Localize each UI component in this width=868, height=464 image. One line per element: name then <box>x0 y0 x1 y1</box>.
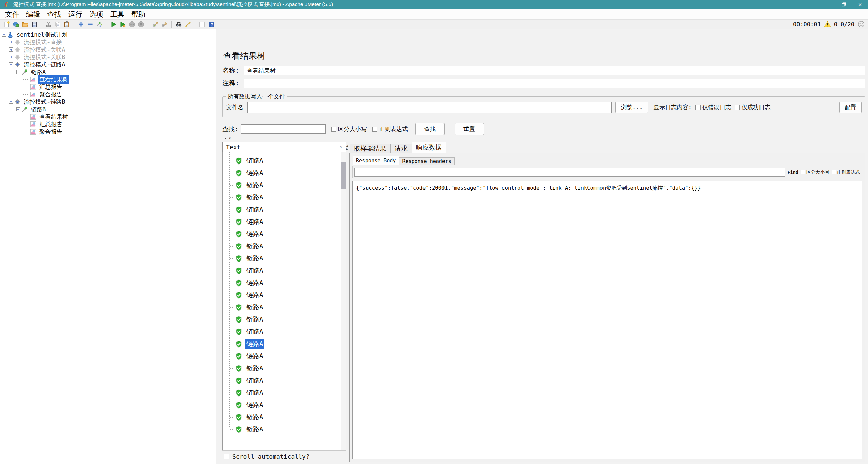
tree-node[interactable]: 查看结果树 <box>0 113 216 120</box>
result-item[interactable]: 链路A <box>223 155 346 167</box>
close-button[interactable]: ✕ <box>852 0 868 9</box>
search-input[interactable] <box>241 124 326 134</box>
help-button[interactable]: ? <box>206 20 216 29</box>
result-item[interactable]: 链路A <box>223 399 346 411</box>
result-item-label[interactable]: 链路A <box>245 180 264 190</box>
successes-only-checkbox[interactable] <box>735 105 740 110</box>
result-item-label[interactable]: 链路A <box>245 376 264 385</box>
result-item-label[interactable]: 链路A <box>245 205 264 214</box>
result-item[interactable]: 链路A <box>223 265 346 277</box>
renderer-select[interactable]: Text ˅ <box>222 142 346 152</box>
search-find-button[interactable]: 查找 <box>415 123 445 135</box>
result-item-label[interactable]: 链路A <box>245 266 264 275</box>
splitter-left-icon[interactable]: ◀ <box>346 144 348 148</box>
result-item-label[interactable]: 链路A <box>245 168 264 178</box>
result-item-label[interactable]: 链路A <box>245 339 264 349</box>
function-helper-button[interactable] <box>197 20 206 29</box>
result-item[interactable]: 链路A <box>223 216 346 228</box>
tree-node[interactable]: 流控模式-链路A <box>0 61 216 68</box>
result-item-label[interactable]: 链路A <box>245 412 264 422</box>
result-item[interactable]: 链路A <box>223 191 346 204</box>
splitter-up-icon[interactable]: ▲ <box>224 137 227 140</box>
menu-item-3[interactable]: 运行 <box>65 9 86 19</box>
search-reset-button[interactable] <box>183 20 192 29</box>
save-button[interactable] <box>29 20 39 29</box>
splitter-right-icon[interactable]: ▶ <box>346 148 348 151</box>
tree-node[interactable]: 流控模式-链路B <box>0 98 216 105</box>
configure-button[interactable]: 配置 <box>839 102 862 113</box>
vertical-splitter-handle[interactable]: ▲▼ <box>222 135 865 142</box>
menu-item-1[interactable]: 编辑 <box>23 9 44 19</box>
scrollbar-thumb[interactable] <box>341 162 346 189</box>
result-item[interactable]: 链路A <box>223 338 346 350</box>
subtab-1[interactable]: Response headers <box>399 157 455 165</box>
tree-node[interactable]: 汇总报告 <box>0 83 216 91</box>
find-case-checkbox[interactable] <box>801 170 805 174</box>
comment-input[interactable] <box>244 79 865 88</box>
splitter-down-icon[interactable]: ▼ <box>228 137 231 140</box>
result-item-label[interactable]: 链路A <box>245 241 264 251</box>
result-item-label[interactable]: 链路A <box>245 327 264 336</box>
result-item-label[interactable]: 链路A <box>245 193 264 202</box>
result-item-label[interactable]: 链路A <box>245 278 264 288</box>
result-item[interactable]: 链路A <box>223 289 346 301</box>
tab-2[interactable]: 响应数据 <box>412 142 446 153</box>
tree-node[interactable]: 聚合报告 <box>0 128 216 135</box>
start-button[interactable] <box>109 20 118 29</box>
collapse-all-button[interactable] <box>85 20 95 29</box>
result-item-label[interactable]: 链路A <box>245 351 264 361</box>
horizontal-splitter[interactable]: ◀▶ <box>346 142 349 462</box>
result-item[interactable]: 链路A <box>223 204 346 216</box>
tree-expander-plus-icon[interactable] <box>9 55 13 59</box>
result-item-label[interactable]: 链路A <box>245 156 264 166</box>
stop-button[interactable]: STOP <box>127 20 136 29</box>
result-item[interactable]: 链路A <box>223 252 346 265</box>
filename-input[interactable] <box>247 102 612 113</box>
tree-expander-minus-icon[interactable] <box>9 100 13 104</box>
result-item-label[interactable]: 链路A <box>245 229 264 239</box>
menu-item-2[interactable]: 查找 <box>44 9 65 19</box>
clear-button[interactable] <box>151 20 160 29</box>
menu-item-5[interactable]: 工具 <box>107 9 128 19</box>
paste-button[interactable] <box>62 20 71 29</box>
clear-all-button[interactable] <box>160 20 169 29</box>
result-item-label[interactable]: 链路A <box>245 315 264 324</box>
tree-node[interactable]: 流控模式-关联B <box>0 53 216 61</box>
search-case-checkbox[interactable] <box>331 127 336 132</box>
result-item-label[interactable]: 链路A <box>245 290 264 300</box>
search-regex-checkbox[interactable] <box>372 127 377 132</box>
copy-button[interactable] <box>53 20 62 29</box>
result-item[interactable]: 链路A <box>223 362 346 374</box>
toggle-button[interactable] <box>95 20 104 29</box>
result-item[interactable]: 链路A <box>223 411 346 423</box>
browse-button[interactable]: 浏览... <box>615 102 648 113</box>
tree-node[interactable]: 流控模式-直接 <box>0 38 216 46</box>
result-item-label[interactable]: 链路A <box>245 254 264 263</box>
open-file-button[interactable] <box>20 20 29 29</box>
cut-button[interactable] <box>44 20 53 29</box>
tree-expander-plus-icon[interactable] <box>9 40 13 44</box>
result-item[interactable]: 链路A <box>223 301 346 313</box>
result-item-label[interactable]: 链路A <box>245 303 264 312</box>
subtab-0[interactable]: Response Body <box>353 156 399 165</box>
search-reset-button2[interactable]: 重置 <box>455 123 484 135</box>
tree-expander-minus-icon[interactable] <box>2 33 6 37</box>
tree-node[interactable]: sentinel测试计划 <box>0 31 216 38</box>
warning-icon[interactable] <box>824 21 831 27</box>
tab-1[interactable]: 请求 <box>390 144 412 153</box>
expand-all-button[interactable] <box>76 20 85 29</box>
tree-splitter[interactable] <box>216 29 219 464</box>
templates-button[interactable] <box>11 20 20 29</box>
tree-node-label[interactable]: 聚合报告 <box>38 128 63 136</box>
result-item-label[interactable]: 链路A <box>245 364 264 373</box>
tree-node[interactable]: 查看结果树 <box>0 76 216 83</box>
menu-item-4[interactable]: 选项 <box>86 9 107 19</box>
new-file-button[interactable] <box>2 20 11 29</box>
tree-expander-minus-icon[interactable] <box>16 107 20 111</box>
result-item[interactable]: 链路A <box>223 240 346 252</box>
tab-0[interactable]: 取样器结果 <box>350 144 391 153</box>
result-item[interactable]: 链路A <box>223 374 346 387</box>
result-item-label[interactable]: 链路A <box>245 388 264 398</box>
results-scrollbar[interactable] <box>341 152 346 450</box>
find-regex-checkbox[interactable] <box>832 170 836 174</box>
